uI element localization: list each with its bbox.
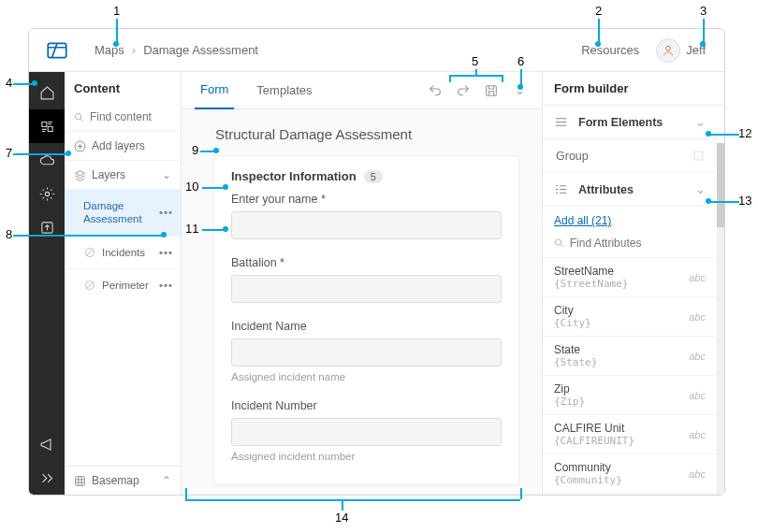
layers-row[interactable]: Layers ⌄ — [65, 160, 181, 189]
layer-name: Incidents — [102, 246, 159, 259]
attribute-item[interactable]: City{City}abc — [543, 296, 717, 336]
form-title[interactable]: Structural Damage Assessment — [182, 109, 542, 150]
app-window: Maps › Damage Assessment Resources Jeff — [28, 28, 725, 496]
form-elements-section[interactable]: Form Elements ⌄ — [543, 106, 717, 139]
breadcrumb: Maps › Damage Assessment — [95, 43, 258, 57]
form-field[interactable]: Incident Name Assigned incident name — [231, 320, 502, 382]
avatar — [656, 38, 680, 63]
left-rail — [29, 72, 65, 495]
attributes-section[interactable]: Attributes ⌄ — [543, 173, 717, 207]
callout-10: 10 — [185, 180, 198, 194]
group-element-label: Group — [556, 150, 692, 163]
layers-label: Layers — [92, 168, 156, 181]
attribute-search-input[interactable] — [570, 237, 706, 250]
attribute-item[interactable]: StreetName{StreetName}abc — [543, 257, 717, 296]
text-input[interactable] — [231, 275, 502, 303]
save-button[interactable] — [482, 81, 501, 100]
canvas-scroll[interactable]: Inspector Information 5 Enter your name … — [182, 150, 542, 495]
add-all-link[interactable]: Add all (21) — [543, 207, 717, 231]
rail-layers[interactable] — [29, 109, 65, 143]
chevron-down-icon: ⌄ — [695, 115, 706, 129]
svg-point-4 — [75, 113, 80, 119]
attr-placeholder: {Zip} — [554, 395, 689, 408]
attr-type: abc — [689, 429, 706, 440]
rail-settings[interactable] — [29, 177, 65, 210]
text-input[interactable] — [231, 211, 502, 239]
field-hint: Assigned incident name — [231, 371, 502, 382]
attribute-item[interactable]: Community{Community}abc — [543, 453, 717, 493]
callout-5: 5 — [472, 54, 478, 68]
breadcrumb-root[interactable]: Maps — [95, 43, 124, 57]
layer-item-perimeter[interactable]: Perimeter ••• — [65, 268, 181, 301]
add-layers-label: Add layers — [92, 139, 171, 152]
attr-placeholder: {CALFIREUNIT} — [554, 435, 689, 447]
callout-9: 9 — [192, 143, 198, 157]
breadcrumb-page[interactable]: Damage Assessment — [143, 43, 258, 57]
user-menu[interactable]: Jeff — [656, 38, 706, 63]
attribute-search[interactable] — [543, 231, 717, 257]
rail-collapse[interactable] — [29, 461, 65, 495]
layer-name: Damage Assessment — [83, 199, 159, 226]
callout-8: 8 — [6, 227, 12, 241]
layer-name: Perimeter — [102, 279, 159, 292]
field-hint: Assigned incident number — [231, 451, 502, 462]
layer-item-damage-assessment[interactable]: Damage Assessment ••• — [65, 189, 181, 236]
field-label: Incident Name — [231, 320, 502, 333]
form-canvas-panel: Form Templates ⌄ Structural Damage Asses… — [182, 72, 542, 495]
canvas-tabs: Form Templates ⌄ — [182, 72, 542, 109]
form-field[interactable]: Incident Number Assigned incident number — [231, 399, 502, 462]
layer-options-button[interactable]: ••• — [159, 207, 173, 218]
attr-type: abc — [689, 468, 706, 480]
undo-button[interactable] — [426, 81, 445, 100]
callout-2: 2 — [595, 4, 602, 18]
attr-name: CALFIRE Unit — [554, 422, 689, 435]
attribute-item[interactable]: County{County}abc — [543, 493, 717, 495]
tab-form[interactable]: Form — [195, 72, 234, 109]
tab-templates[interactable]: Templates — [251, 72, 317, 109]
rail-cloud[interactable] — [29, 143, 65, 177]
attribute-item[interactable]: Zip{Zip}abc — [543, 375, 717, 414]
rail-share[interactable] — [29, 210, 65, 244]
top-bar: Maps › Damage Assessment Resources Jeff — [29, 29, 724, 72]
layer-options-button[interactable]: ••• — [159, 247, 173, 258]
attr-name: Zip — [554, 382, 689, 395]
callout-12: 12 — [738, 126, 751, 140]
redo-button[interactable] — [454, 81, 473, 100]
text-input[interactable] — [231, 338, 502, 367]
callout-7: 7 — [6, 146, 12, 160]
callout-1: 1 — [113, 4, 120, 18]
attr-placeholder: {State} — [554, 356, 689, 368]
resources-link[interactable]: Resources — [581, 43, 639, 57]
content-title: Content — [65, 72, 181, 103]
content-search-input[interactable] — [90, 110, 171, 123]
attribute-item[interactable]: CALFIRE Unit{CALFIREUNIT}abc — [543, 414, 717, 453]
svg-point-2 — [45, 192, 49, 195]
content-panel: Content Add layers Layers ⌄ Damage Asses… — [65, 72, 182, 495]
form-field[interactable]: Enter your name * — [231, 193, 502, 239]
basemap-row[interactable]: Basemap ⌃ — [65, 466, 181, 495]
field-label: Incident Number — [231, 399, 502, 412]
basemap-label: Basemap — [92, 474, 156, 487]
rail-announce[interactable] — [29, 427, 65, 461]
attr-placeholder: {StreetName} — [554, 278, 689, 290]
main-row: Content Add layers Layers ⌄ Damage Asses… — [29, 72, 724, 495]
callout-6: 6 — [517, 54, 524, 68]
form-field[interactable]: Battalion * — [231, 256, 502, 303]
attr-name: StreetName — [554, 265, 689, 278]
element-group[interactable]: Group — [543, 139, 717, 173]
form-group[interactable]: Inspector Information 5 Enter your name … — [213, 155, 519, 485]
layer-item-incidents[interactable]: Incidents ••• — [65, 236, 181, 268]
add-layers-button[interactable]: Add layers — [65, 131, 181, 160]
group-icon — [692, 149, 706, 163]
attribute-item[interactable]: State{State}abc — [543, 336, 717, 375]
section-label: Form Elements — [578, 116, 695, 129]
content-search[interactable] — [65, 103, 181, 131]
attr-name: Community — [554, 461, 689, 474]
layer-options-button[interactable]: ••• — [159, 280, 173, 291]
text-input[interactable] — [231, 418, 502, 446]
attr-type: abc — [689, 351, 706, 362]
section-label: Attributes — [578, 183, 695, 196]
group-count-badge: 5 — [364, 170, 383, 183]
field-label: Enter your name * — [231, 193, 502, 206]
scrollbar[interactable] — [717, 143, 724, 495]
